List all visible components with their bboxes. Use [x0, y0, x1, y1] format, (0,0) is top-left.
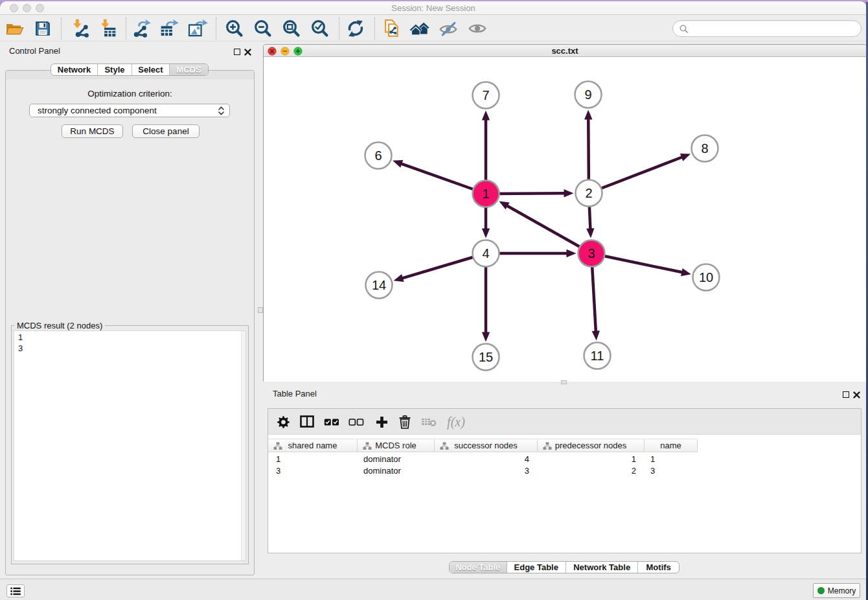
zoom-selected-icon — [310, 18, 330, 39]
graph-node-label: 2 — [585, 186, 592, 200]
toolbar-separator — [374, 17, 375, 40]
horizontal-splitter-handle[interactable] — [561, 380, 567, 384]
import-table-button[interactable] — [95, 17, 120, 40]
graph-node-label: 9 — [584, 87, 591, 102]
delete-column-button[interactable] — [394, 411, 416, 432]
graph-node-label: 1 — [482, 187, 489, 201]
close-panel-button[interactable]: Close panel — [132, 124, 200, 138]
float-table-panel-icon[interactable] — [843, 391, 849, 398]
deselect-all-button[interactable] — [345, 411, 367, 432]
clone-network-button[interactable] — [379, 17, 405, 40]
hide-selected-button[interactable] — [435, 17, 461, 40]
search-field[interactable] — [672, 20, 862, 37]
network-graph[interactable]: 7968124314101511 — [264, 58, 866, 382]
main-titlebar: Session: New Session — [0, 1, 867, 15]
select-all-button[interactable] — [321, 411, 343, 432]
show-all-button[interactable] — [464, 17, 490, 40]
mcds-result-group: MCDS result (2 nodes) 1 3 — [11, 325, 249, 564]
zoom-selected-button[interactable] — [307, 17, 333, 40]
toolbar-separator — [339, 17, 339, 40]
memory-status-icon — [817, 587, 825, 594]
result-scrollbar[interactable] — [241, 331, 246, 560]
float-panel-icon[interactable] — [234, 49, 240, 55]
save-session-button[interactable] — [30, 17, 56, 40]
memory-label: Memory — [828, 586, 856, 595]
network-window-titlebar: scc.txt — [264, 45, 866, 57]
clone-network-icon — [382, 18, 402, 39]
export-network-button[interactable] — [128, 17, 154, 40]
column-header-name[interactable]: name — [645, 439, 698, 452]
add-column-button[interactable] — [371, 411, 393, 432]
import-network-icon — [69, 18, 90, 39]
plus-icon — [376, 416, 388, 428]
function-builder-button[interactable]: f(x) — [442, 411, 470, 432]
unchecked-boxes-icon — [348, 418, 364, 426]
main-toolbar — [0, 15, 867, 41]
tab-select[interactable]: Select — [132, 64, 170, 75]
memory-button[interactable]: Memory — [813, 583, 860, 598]
vertical-splitter-handle[interactable] — [258, 307, 263, 313]
network-canvas[interactable]: 7968124314101511 — [264, 58, 866, 382]
tab-network[interactable]: Network — [51, 64, 98, 75]
table-toolbar: f(x) — [268, 409, 861, 435]
table-row[interactable]: 3 dominator 3 2 3 — [268, 465, 698, 476]
toolbar-separator — [61, 17, 62, 40]
zoom-in-icon — [224, 18, 245, 39]
zoom-in-button[interactable] — [222, 17, 247, 40]
export-network-icon — [131, 18, 152, 39]
search-icon — [679, 24, 689, 34]
graph-node-label: 8 — [701, 141, 708, 156]
tab-style[interactable]: Style — [98, 64, 132, 75]
control-panel-tabs: Network Style Select MCDS — [51, 63, 209, 76]
refresh-icon — [345, 18, 366, 39]
graph-node-label: 3 — [588, 246, 595, 260]
refresh-button[interactable] — [343, 17, 369, 40]
mcds-result-area[interactable]: 1 3 — [14, 330, 246, 561]
show-column-button[interactable] — [296, 411, 318, 432]
network-view-window: scc.txt 7968124314101511 — [263, 44, 867, 382]
run-mcds-button[interactable]: Run MCDS — [62, 124, 123, 138]
tab-network-table[interactable]: Network Table — [566, 562, 638, 573]
graph-node-label: 14 — [372, 278, 386, 292]
close-panel-icon[interactable] — [244, 49, 251, 56]
tab-node-table[interactable]: Node Table — [450, 562, 507, 573]
tab-mcds[interactable]: MCDS — [170, 64, 208, 75]
tab-motifs[interactable]: Motifs — [638, 562, 679, 573]
delete-table-button[interactable] — [418, 411, 440, 432]
first-neighbors-button[interactable] — [407, 17, 433, 40]
first-neighbors-icon — [409, 18, 430, 39]
toolbar-separator — [126, 17, 126, 40]
criterion-value: strongly connected component — [38, 106, 157, 115]
export-table-button[interactable] — [156, 17, 182, 40]
control-panel: Control Panel Network Style Select MCDS … — [0, 41, 257, 579]
delete-table-icon — [421, 417, 437, 427]
table-row[interactable]: 1 dominator 4 1 1 — [268, 453, 698, 465]
column-header-mcds-role[interactable]: MCDS role — [358, 439, 435, 452]
hide-eye-icon — [438, 18, 459, 39]
column-header-shared-name[interactable]: shared name — [268, 439, 358, 452]
close-table-panel-icon[interactable] — [853, 391, 860, 398]
import-network-button[interactable] — [67, 17, 93, 40]
window-title: Session: New Session — [0, 3, 867, 13]
toolbar-separator — [216, 17, 216, 40]
control-panel-title: Control Panel — [9, 46, 60, 56]
criterion-dropdown[interactable]: strongly connected component — [29, 104, 230, 117]
task-history-button[interactable] — [6, 584, 25, 597]
optimization-criterion-label: Optimization criterion: — [6, 89, 254, 98]
table-options-button[interactable] — [272, 411, 294, 432]
sort-icon — [543, 442, 552, 450]
tab-edge-table[interactable]: Edge Table — [507, 562, 566, 573]
column-header-successor-nodes[interactable]: successor nodes — [435, 439, 538, 452]
graph-node-label: 15 — [479, 350, 493, 364]
search-input[interactable] — [691, 22, 856, 35]
zoom-fit-icon — [281, 18, 302, 39]
zoom-out-button[interactable] — [250, 17, 276, 40]
export-image-button[interactable] — [185, 17, 211, 40]
zoom-fit-button[interactable] — [279, 17, 304, 40]
trash-icon — [398, 415, 411, 429]
column-header-predecessor-nodes[interactable]: predecessor nodes — [538, 439, 645, 452]
sort-icon — [273, 442, 282, 450]
graph-node-label: 11 — [591, 349, 604, 363]
open-file-button[interactable] — [1, 17, 27, 40]
mcds-result-values: 1 3 — [18, 332, 23, 354]
